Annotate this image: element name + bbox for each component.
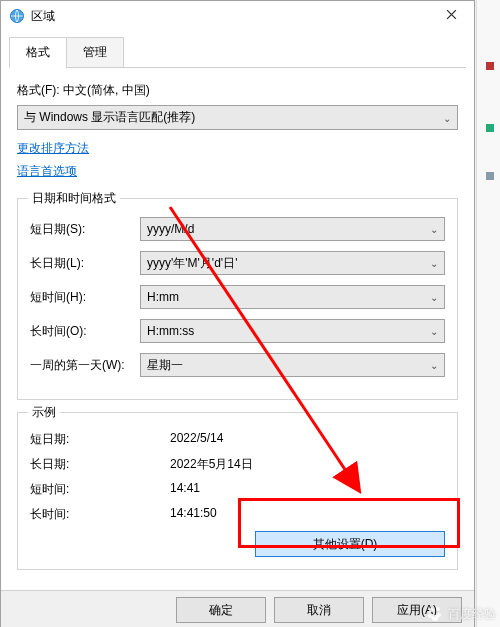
tab-admin[interactable]: 管理	[66, 37, 124, 68]
row-short-time: 短时间(H): H:mm ⌄	[30, 285, 445, 309]
short-date-dropdown[interactable]: yyyy/M/d ⌄	[140, 217, 445, 241]
example-group-legend: 示例	[28, 404, 60, 421]
example-short-time: 短时间: 14:41	[30, 481, 445, 498]
short-date-label: 短日期(S):	[30, 221, 140, 238]
example-short-date-value: 2022/5/14	[170, 431, 223, 448]
region-dialog: 区域 格式 管理 格式(F): 中文(简体, 中国) 与 Windows 显示语…	[0, 0, 475, 627]
deco-chip	[486, 124, 494, 132]
row-short-date: 短日期(S): yyyy/M/d ⌄	[30, 217, 445, 241]
chevron-down-icon: ⌄	[430, 292, 438, 303]
client-area: 格式 管理 格式(F): 中文(简体, 中国) 与 Windows 显示语言匹配…	[1, 31, 474, 590]
example-long-date-value: 2022年5月14日	[170, 456, 253, 473]
example-long-time-value: 14:41:50	[170, 506, 217, 523]
chevron-down-icon: ⌄	[430, 326, 438, 337]
example-long-date: 长日期: 2022年5月14日	[30, 456, 445, 473]
short-time-value: H:mm	[147, 290, 179, 304]
long-time-dropdown[interactable]: H:mm:ss ⌄	[140, 319, 445, 343]
long-time-label: 长时间(O):	[30, 323, 140, 340]
svg-point-3	[436, 607, 440, 611]
dialog-buttons: 确定 取消 应用(A)	[1, 590, 474, 627]
datetime-format-group: 日期和时间格式 短日期(S): yyyy/M/d ⌄ 长日期(L): yyyy'…	[17, 198, 458, 400]
example-short-time-label: 短时间:	[30, 481, 170, 498]
window-title: 区域	[31, 8, 429, 25]
svg-point-2	[429, 608, 433, 612]
short-date-value: yyyy/M/d	[147, 222, 194, 236]
svg-point-6	[432, 615, 439, 621]
format-label: 格式(F): 中文(简体, 中国)	[17, 82, 458, 99]
chevron-down-icon: ⌄	[430, 258, 438, 269]
chevron-down-icon: ⌄	[443, 112, 451, 123]
globe-icon	[9, 8, 25, 24]
additional-settings-button[interactable]: 其他设置(D)...	[255, 531, 445, 557]
watermark-text: 百度经验	[448, 606, 496, 623]
deco-chip	[486, 62, 494, 70]
example-group: 示例 短日期: 2022/5/14 长日期: 2022年5月14日 短时间: 1…	[17, 412, 458, 570]
tab-format[interactable]: 格式	[9, 37, 67, 68]
example-long-date-label: 长日期:	[30, 456, 170, 473]
ok-button[interactable]: 确定	[176, 597, 266, 623]
example-short-date-label: 短日期:	[30, 431, 170, 448]
short-time-label: 短时间(H):	[30, 289, 140, 306]
tab-strip: 格式 管理	[9, 37, 466, 68]
first-day-dropdown[interactable]: 星期一 ⌄	[140, 353, 445, 377]
first-day-value: 星期一	[147, 357, 183, 374]
chevron-down-icon: ⌄	[430, 224, 438, 235]
titlebar: 区域	[1, 1, 474, 31]
format-dropdown-value: 与 Windows 显示语言匹配(推荐)	[24, 109, 195, 126]
example-short-date: 短日期: 2022/5/14	[30, 431, 445, 448]
row-long-time: 长时间(O): H:mm:ss ⌄	[30, 319, 445, 343]
change-sort-link[interactable]: 更改排序方法	[17, 140, 89, 157]
long-date-value: yyyy'年'M'月'd'日'	[147, 255, 237, 272]
additional-settings-row: 其他设置(D)...	[30, 531, 445, 557]
first-day-label: 一周的第一天(W):	[30, 357, 140, 374]
chevron-down-icon: ⌄	[430, 360, 438, 371]
deco-chip	[486, 172, 494, 180]
svg-point-4	[428, 614, 432, 618]
long-date-dropdown[interactable]: yyyy'年'M'月'd'日' ⌄	[140, 251, 445, 275]
example-short-time-value: 14:41	[170, 481, 200, 498]
cancel-button[interactable]: 取消	[274, 597, 364, 623]
paw-icon	[426, 605, 444, 623]
example-long-time-label: 长时间:	[30, 506, 170, 523]
background-strip	[476, 0, 500, 627]
close-button[interactable]	[429, 1, 474, 31]
row-first-day: 一周的第一天(W): 星期一 ⌄	[30, 353, 445, 377]
short-time-dropdown[interactable]: H:mm ⌄	[140, 285, 445, 309]
close-icon	[446, 9, 457, 23]
watermark: 百度经验	[426, 605, 496, 623]
row-long-date: 长日期(L): yyyy'年'M'月'd'日' ⌄	[30, 251, 445, 275]
long-time-value: H:mm:ss	[147, 324, 194, 338]
example-long-time: 长时间: 14:41:50	[30, 506, 445, 523]
datetime-group-legend: 日期和时间格式	[28, 190, 120, 207]
long-date-label: 长日期(L):	[30, 255, 140, 272]
format-dropdown[interactable]: 与 Windows 显示语言匹配(推荐) ⌄	[17, 105, 458, 130]
language-prefs-link[interactable]: 语言首选项	[17, 163, 77, 180]
